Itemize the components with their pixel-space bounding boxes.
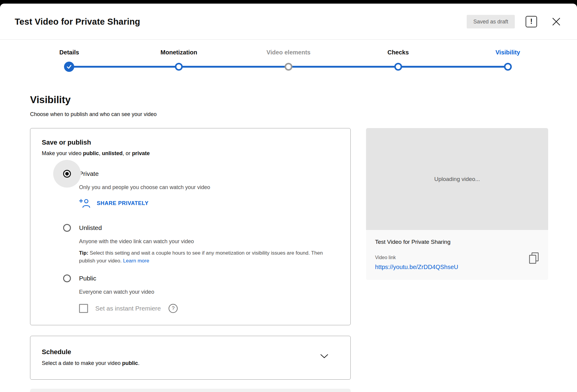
help-icon[interactable]: ? xyxy=(169,304,178,313)
step-label: Visibility xyxy=(453,48,563,57)
schedule-subtitle-bold: public xyxy=(122,360,138,366)
subtitle-bold: private xyxy=(132,150,150,156)
page-subtitle: Choose when to publish and who can see y… xyxy=(30,111,157,118)
close-button[interactable] xyxy=(551,16,562,27)
learn-more-link[interactable]: Learn more xyxy=(123,258,149,264)
step-monetization[interactable]: Monetization xyxy=(124,48,234,72)
public-description: Everyone can watch your video xyxy=(79,288,339,296)
upload-status-text: Uploading video... xyxy=(434,176,480,182)
share-privately-button[interactable]: SHARE PRIVATELY xyxy=(79,198,148,209)
instant-premiere-label[interactable]: Set as instant Premiere xyxy=(95,305,161,312)
instant-premiere-row: Set as instant Premiere ? xyxy=(79,303,339,314)
video-link-url[interactable]: https://youtu.be/ZrDD4QShseU xyxy=(375,264,458,270)
feedback-button[interactable]: ! xyxy=(526,16,537,27)
preview-video-title: Test Video for Private Sharing xyxy=(375,238,539,246)
dialog-title: Test Video for Private Sharing xyxy=(15,17,140,26)
private-label[interactable]: Private xyxy=(79,169,339,178)
copy-link-button[interactable] xyxy=(528,252,540,264)
feedback-icon: ! xyxy=(530,18,533,25)
page-title: Visibility xyxy=(30,94,157,106)
subtitle-bold: unlisted xyxy=(102,150,123,156)
step-completed-check-icon[interactable] xyxy=(64,62,74,72)
page-heading-block: Visibility Choose when to publish and wh… xyxy=(30,94,157,118)
chevron-down-icon xyxy=(320,354,329,359)
step-label: Video elements xyxy=(234,48,343,57)
subtitle-text: , or xyxy=(123,150,132,156)
save-or-publish-title: Save or publish xyxy=(42,139,339,146)
close-icon xyxy=(551,16,562,27)
step-video-elements: Video elements xyxy=(234,48,343,72)
save-or-publish-subtitle: Make your video public, unlisted, or pri… xyxy=(42,150,339,157)
private-description: Only you and people you choose can watch… xyxy=(79,184,339,191)
schedule-subtitle-text: . xyxy=(138,360,139,366)
schedule-title: Schedule xyxy=(42,348,339,356)
instant-premiere-checkbox[interactable] xyxy=(79,304,88,313)
subtitle-bold: public xyxy=(83,150,99,156)
share-privately-label: SHARE PRIVATELY xyxy=(97,200,148,207)
step-circle-icon[interactable] xyxy=(175,63,183,71)
step-label: Monetization xyxy=(124,48,234,57)
dialog-header: Test Video for Private Sharing Saved as … xyxy=(0,4,577,40)
video-preview-info: Test Video for Private Sharing Video lin… xyxy=(366,230,548,280)
draft-status-badge: Saved as draft xyxy=(467,15,515,28)
schedule-card[interactable]: Schedule Select a date to make your vide… xyxy=(30,336,351,380)
step-label: Details xyxy=(14,48,124,57)
schedule-subtitle: Select a date to make your video public. xyxy=(42,360,339,367)
video-preview-card: Uploading video... Test Video for Privat… xyxy=(366,128,548,280)
copy-icon xyxy=(528,252,540,264)
video-link-label: Video link xyxy=(375,255,539,261)
schedule-subtitle-text: Select a date to make your video xyxy=(42,360,122,366)
step-checks[interactable]: Checks xyxy=(343,48,453,72)
video-thumbnail-placeholder: Uploading video... xyxy=(366,128,548,230)
step-details[interactable]: Details xyxy=(14,48,124,72)
visibility-option-private: Private Only you and people you choose c… xyxy=(42,169,339,209)
upload-stepper: Details Monetization Video elements Chec… xyxy=(14,48,563,81)
step-circle-icon[interactable] xyxy=(394,63,402,71)
subtitle-text: , xyxy=(99,150,102,156)
subtitle-text: Make your video xyxy=(42,150,83,156)
public-radio[interactable] xyxy=(63,274,71,282)
step-visibility[interactable]: Visibility xyxy=(453,48,563,72)
collapsed-section-partial xyxy=(30,389,351,392)
help-glyph: ? xyxy=(172,305,175,311)
visibility-option-public: Public Everyone can watch your video Set… xyxy=(42,274,339,314)
person-add-icon xyxy=(79,198,91,208)
schedule-expand-button[interactable] xyxy=(320,354,329,359)
save-or-publish-card: Save or publish Make your video public, … xyxy=(30,128,351,325)
unlisted-label[interactable]: Unlisted xyxy=(79,223,339,232)
unlisted-tip: Tip: Select this setting and wait a coup… xyxy=(79,249,339,265)
unlisted-description: Anyone with the video link can watch you… xyxy=(79,238,339,245)
step-label: Checks xyxy=(343,48,453,57)
visibility-option-unlisted: Unlisted Anyone with the video link can … xyxy=(42,223,339,265)
tip-bold: Tip: xyxy=(79,250,88,256)
private-radio[interactable] xyxy=(63,170,71,178)
unlisted-radio[interactable] xyxy=(63,224,71,232)
step-circle-icon[interactable] xyxy=(504,63,512,71)
tip-text: Select this setting and wait a couple ho… xyxy=(79,250,323,264)
public-label[interactable]: Public xyxy=(79,274,339,283)
upload-dialog: Test Video for Private Sharing Saved as … xyxy=(0,4,577,392)
step-circle-icon xyxy=(285,63,292,71)
